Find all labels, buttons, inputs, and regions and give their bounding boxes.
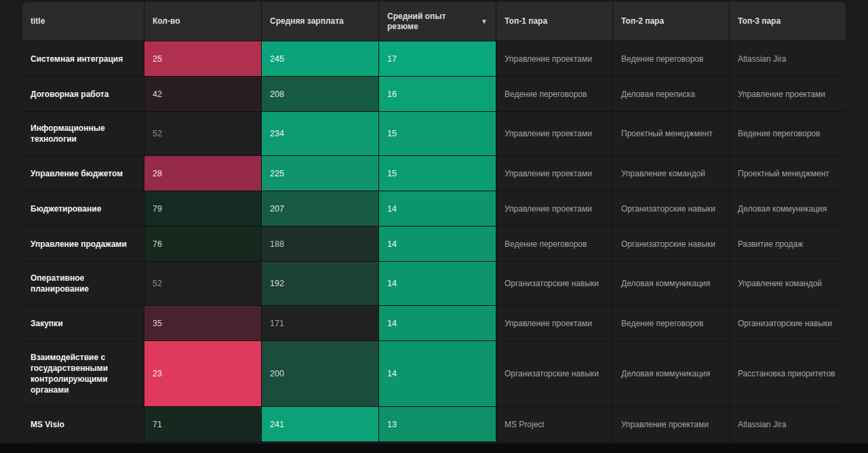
header-cell-top1[interactable]: Топ-1 пара [496, 2, 613, 41]
cell-top1: Управление проектами [496, 112, 613, 156]
cell-count: 28 [144, 156, 262, 191]
table-row: Управление продажами7618814Ведение перег… [22, 226, 846, 262]
table-header-row: titleКол-воСредняя зарплатаСредний опыт … [22, 2, 846, 41]
cell-exp: 14 [379, 306, 496, 341]
table-row: Бюджетирование7920714Управление проектам… [22, 191, 846, 226]
cell-top3: Atlassian Jira [730, 41, 846, 77]
cell-top1: Ведение переговоров [496, 77, 613, 112]
cell-title: MS Visio [22, 407, 144, 442]
table-row: Закупки3517114Управление проектамиВедени… [22, 306, 846, 341]
cell-top2: Деловая переписка [613, 77, 730, 112]
cell-top3: Управление командой [730, 262, 846, 306]
cell-count: 23 [144, 341, 262, 407]
header-cell-count[interactable]: Кол-во [144, 2, 262, 41]
cell-count: 76 [144, 226, 262, 262]
cell-count: 42 [144, 77, 262, 112]
cell-title: Бюджетирование [22, 191, 144, 226]
cell-salary: 200 [262, 341, 379, 407]
cell-top1: Управление проектами [496, 156, 613, 191]
header-label: Кол-во [153, 16, 180, 26]
header-cell-salary[interactable]: Средняя зарплата [262, 2, 379, 41]
cell-title: Управление продажами [22, 226, 144, 262]
cell-top3: Расстановка приоритетов [730, 341, 846, 407]
cell-top3: Развитие продаж [730, 226, 846, 262]
cell-top2: Ведение переговоров [613, 41, 730, 77]
table-row: Взаимодействие с государственными контро… [22, 341, 846, 407]
cell-exp: 17 [379, 41, 496, 77]
cell-top3: Управление проектами [730, 77, 846, 112]
cell-top1: Управление проектами [496, 41, 613, 77]
header-cell-top3[interactable]: Топ-3 пара [730, 2, 846, 41]
header-label: Топ-2 пара [621, 16, 664, 26]
cell-salary: 241 [262, 407, 379, 442]
bottom-bar [0, 444, 868, 453]
cell-salary: 225 [262, 156, 379, 191]
cell-top1: Управление проектами [496, 306, 613, 341]
cell-exp: 15 [379, 156, 496, 191]
header-cell-title[interactable]: title [22, 2, 144, 41]
cell-exp: 14 [379, 262, 496, 306]
cell-top2: Деловая коммуникация [613, 341, 730, 407]
table-row: Договорная работа4220816Ведение перегово… [22, 77, 846, 112]
cell-top2: Проектный менеджмент [613, 112, 730, 156]
cell-top1: Организаторские навыки [496, 262, 613, 306]
cell-exp: 14 [379, 191, 496, 226]
cell-salary: 208 [262, 77, 379, 112]
cell-title: Взаимодействие с государственными контро… [22, 341, 144, 407]
cell-count: 52 [144, 112, 262, 156]
cell-top3: Проектный менеджмент [730, 156, 846, 191]
cell-top1: MS Project [496, 407, 613, 442]
cell-top3: Организаторские навыки [730, 306, 846, 341]
cell-title: Управление бюджетом [22, 156, 144, 191]
cell-count: 71 [144, 407, 262, 442]
cell-exp: 14 [379, 226, 496, 262]
cell-top1: Организаторские навыки [496, 341, 613, 407]
header-label: Топ-3 пара [738, 16, 781, 26]
cell-title: Договорная работа [22, 77, 144, 112]
table-row: MS Visio7124113MS ProjectУправление прое… [22, 407, 846, 442]
cell-title: Закупки [22, 306, 144, 341]
cell-salary: 207 [262, 191, 379, 226]
cell-top1: Управление проектами [496, 191, 613, 226]
cell-top2: Управление командой [613, 156, 730, 191]
cell-count: 52 [144, 262, 262, 306]
cell-salary: 245 [262, 41, 379, 77]
cell-salary: 234 [262, 112, 379, 156]
table-row: Системная интеграция2524517Управление пр… [22, 41, 846, 77]
cell-count: 25 [144, 41, 262, 77]
cell-salary: 171 [262, 306, 379, 341]
cell-top3: Деловая коммуникация [730, 191, 846, 226]
cell-title: Информационные технологии [22, 112, 144, 156]
cell-count: 79 [144, 191, 262, 226]
table-row: Информационные технологии5223415Управлен… [22, 112, 846, 156]
cell-exp: 14 [379, 341, 496, 407]
cell-top1: Ведение переговоров [496, 226, 613, 262]
cell-top2: Организаторские навыки [613, 226, 730, 262]
header-label: title [31, 16, 45, 26]
table-row: Управление бюджетом2822515Управление про… [22, 156, 846, 191]
header-cell-exp[interactable]: Средний опыт резюме▼ [379, 2, 496, 41]
header-cell-top2[interactable]: Топ-2 пара [613, 2, 730, 41]
cell-salary: 192 [262, 262, 379, 306]
header-label: Топ-1 пара [505, 16, 547, 26]
cell-title: Оперативное планирование [22, 262, 144, 306]
cell-top3: Atlassian Jira [730, 407, 846, 442]
cell-top2: Организаторские навыки [613, 191, 730, 226]
cell-top2: Ведение переговоров [613, 306, 730, 341]
cell-title: Системная интеграция [22, 41, 144, 77]
header-label: Средний опыт резюме [387, 12, 475, 31]
cell-salary: 188 [262, 226, 379, 262]
table-body: Системная интеграция2524517Управление пр… [22, 41, 846, 442]
cell-count: 35 [144, 306, 262, 341]
cell-exp: 13 [379, 407, 496, 442]
cell-exp: 15 [379, 112, 496, 156]
header-label: Средняя зарплата [270, 16, 344, 26]
cell-top3: Ведение переговоров [730, 112, 846, 156]
skills-stats-table: titleКол-воСредняя зарплатаСредний опыт … [22, 2, 846, 442]
cell-top2: Деловая коммуникация [613, 262, 730, 306]
cell-exp: 16 [379, 77, 496, 112]
table-row: Оперативное планирование5219214Организат… [22, 262, 846, 306]
cell-top2: Управление проектами [613, 407, 730, 442]
sort-desc-icon: ▼ [481, 18, 488, 26]
